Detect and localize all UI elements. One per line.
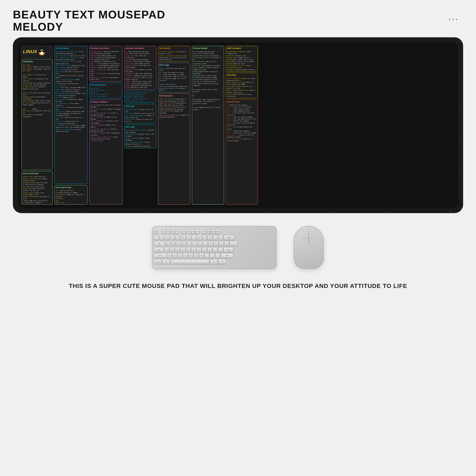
- key-esc: esc: [154, 229, 158, 234]
- file-compress-title: File Compression: [90, 84, 121, 87]
- svg-point-7: [42, 49, 42, 50]
- key-space: [171, 259, 209, 264]
- file-permission-title: File Permission: [159, 95, 189, 98]
- key-2: 2: [165, 235, 170, 240]
- key-alt2: alt: [210, 259, 218, 264]
- key-h: H: [191, 247, 196, 252]
- key-minus: -: [213, 235, 218, 240]
- file-commands-title: File commands: [55, 47, 86, 50]
- disk-usage-box: Disk Usage fdisk -l Disk partition types…: [158, 63, 190, 92]
- ssh-login-box: SSH Login ssh [user]@[host] Connect to h…: [124, 104, 156, 123]
- key-z: Z: [167, 253, 172, 258]
- col-7: Shell Command alias[alias]='[command]' C…: [226, 46, 258, 204]
- shortcut-keys-box: Shortcut Keys !! Repeat the last command…: [226, 100, 258, 205]
- disk-usage-title: Disk Usage: [159, 64, 189, 67]
- hardware-info2-title: Hardware Information: [125, 47, 155, 50]
- users-groups-title: Users and Groups: [23, 172, 51, 175]
- key-f2: F2: [166, 229, 170, 234]
- key-capslock: caps: [154, 247, 164, 252]
- key-lbracket: [: [219, 241, 224, 246]
- key-lshift: shift: [154, 253, 166, 258]
- key-equal: =: [218, 235, 223, 240]
- svg-point-6: [41, 49, 41, 50]
- key-9: 9: [202, 235, 207, 240]
- key-f12: F12: [216, 229, 220, 234]
- key-0: 0: [207, 235, 212, 240]
- shortcut-keys-title: Shortcut Keys: [227, 101, 257, 103]
- col-1: LINUX: [21, 46, 52, 204]
- page-title: BEAUTY TEXT MOUSEPAD MELODY: [13, 9, 463, 33]
- key-f1: F1: [162, 229, 166, 234]
- key-f: F: [181, 247, 185, 252]
- key-r: R: [181, 241, 186, 246]
- col-6: Process Related bg List background proce…: [192, 46, 224, 204]
- bottom-ruler: [26, 211, 450, 212]
- key-q: Q: [165, 241, 170, 246]
- users-groups-bottom-title: Users and Groups: [55, 186, 86, 189]
- networking-box: Networking dig -x[ip] dig -x[host] Domai…: [21, 59, 52, 170]
- ssh-login2-box: SSH Login declare [variable]="[value]" D…: [124, 125, 156, 148]
- mousepad-container: LINUX: [13, 37, 463, 213]
- title-line1: BEAUTY TEXT MOUSEPAD: [13, 9, 463, 21]
- mouse-left-button: [302, 230, 309, 238]
- key-f7: F7: [191, 229, 195, 234]
- file-transfer-content: scp [file.tx][server/tmp] Securely trans…: [159, 51, 189, 60]
- key-enter: enter: [223, 247, 233, 252]
- hardware-info-box: Hardware Information cat/proc/cpuinfo Sh…: [89, 46, 122, 82]
- tux-icon: [38, 47, 45, 55]
- key-b: B: [188, 253, 193, 258]
- package-install-content: apt-get Search for and install software …: [90, 104, 121, 142]
- key-f6: F6: [187, 229, 190, 234]
- file-compress-content: gzip [file] tar xf [file.tar] zip/unzip …: [90, 87, 121, 97]
- shortcut-keys-content: !! Repeat the last command Ctrl + D Log …: [227, 104, 257, 142]
- disk-usage-content: fdisk -l Disk partition types and sizes …: [159, 67, 189, 91]
- col-3: Hardware Information cat/proc/cpuinfo Sh…: [89, 46, 122, 204]
- header-section: BEAUTY TEXT MOUSEPAD MELODY ...: [0, 0, 476, 37]
- key-ctrl: ctrl: [154, 259, 162, 264]
- key-f9: F9: [203, 229, 206, 234]
- ssh-login2-content: declare [variable]="[value]" Declare a B…: [125, 129, 155, 147]
- key-6: 6: [186, 235, 191, 240]
- process-title: Process Related: [193, 47, 223, 50]
- package-install-title: Package Installation: [90, 101, 121, 103]
- mouse-right-button: [309, 230, 315, 238]
- key-a: A: [164, 247, 169, 252]
- svg-point-13: [40, 54, 41, 55]
- key-backtick: `: [154, 235, 159, 240]
- col-2: File commands awk'{pattern}[print $o]'[f…: [54, 46, 87, 204]
- key-alt: alt: [162, 259, 170, 264]
- ssh-login-content: ssh [user]@[host] Connect to host as use…: [125, 108, 155, 122]
- key-l: L: [207, 247, 212, 252]
- key-d: D: [175, 247, 180, 252]
- hardware-info2-box: Hardware Information cal Show current da…: [124, 46, 156, 89]
- users-groups-bottom-content: cd .. Move up one level cd Change direct…: [55, 189, 86, 204]
- key-e: E: [176, 241, 181, 246]
- key-f4: F4: [175, 229, 179, 234]
- compress-right-content: Create a gz compressed file Extract an a…: [125, 92, 155, 102]
- searching-box: Searching find [/location] -name[x] List…: [226, 73, 258, 98]
- linux-text: LINUX: [23, 48, 37, 55]
- key-y: Y: [192, 241, 197, 246]
- file-permission-content: chmod 755 [file] Full permission to owne…: [159, 98, 189, 118]
- file-transfer-box: File Transfer scp [file.tx][server/tmp] …: [158, 46, 190, 62]
- svg-point-14: [42, 54, 44, 55]
- key-comma: ,: [204, 253, 209, 258]
- file-commands-box: File commands awk'{pattern}[print $o]'[f…: [54, 46, 87, 184]
- key-1: 1: [159, 235, 164, 240]
- key-f3: F3: [171, 229, 174, 234]
- networking-title: Networking: [23, 60, 51, 63]
- col-5: File Transfer scp [file.tx][server/tmp] …: [158, 46, 190, 204]
- header-dots: ...: [449, 13, 459, 22]
- shell-command-box: Shell Command alias[alias]='[command]' C…: [226, 46, 258, 72]
- file-commands-content: awk'{pattern}[print $o]'[file] Print lin…: [55, 51, 86, 132]
- key-s: S: [170, 247, 174, 252]
- compress-right-box: Create a gz compressed file Extract an a…: [124, 91, 156, 103]
- searching-title: Searching: [227, 74, 257, 77]
- key-i: I: [203, 241, 207, 246]
- key-f10: F10: [207, 229, 211, 234]
- key-n: N: [194, 253, 199, 258]
- key-f11: F11: [211, 229, 215, 234]
- key-4: 4: [175, 235, 180, 240]
- key-return: ↵: [230, 241, 237, 246]
- searching-content: find [/location] -name[x] List items beg…: [227, 77, 257, 97]
